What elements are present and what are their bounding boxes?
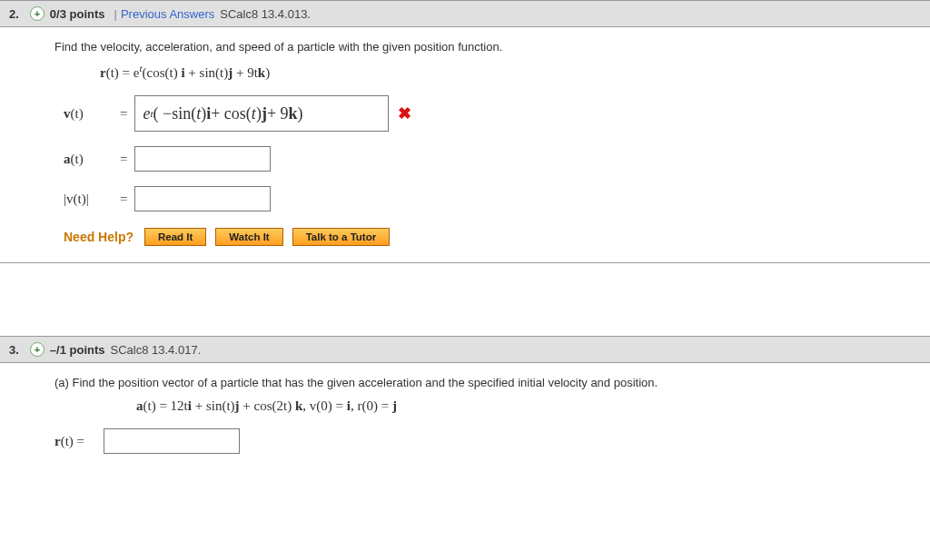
- points-earned: 0/3 points: [50, 7, 105, 21]
- equals-sign: =: [120, 192, 127, 207]
- position-answer-row: r(t) =: [54, 428, 915, 454]
- acceleration-answer-row: a(t) =: [64, 146, 915, 172]
- position-label: r(t) =: [54, 434, 104, 449]
- need-help-label: Need Help?: [64, 230, 134, 244]
- question-number: 2.: [9, 7, 19, 21]
- speed-answer-row: |v(t)| =: [64, 186, 915, 211]
- talk-to-tutor-button[interactable]: Talk to a Tutor: [292, 228, 391, 246]
- speed-label: |v(t)|: [64, 192, 113, 207]
- watch-it-button[interactable]: Watch It: [215, 228, 282, 246]
- r-symbol: r: [100, 65, 106, 80]
- question-2-header: 2. + 0/3 points | Previous Answers SCalc…: [0, 0, 930, 27]
- velocity-input[interactable]: et( −sin(t)i + cos(t)j + 9k ): [134, 95, 389, 132]
- points-available: –/1 points: [50, 343, 105, 357]
- equals-sign: =: [120, 106, 127, 122]
- position-function-formula: r(t) = et(cos(t) i + sin(t)j + 9tk): [100, 63, 915, 81]
- read-it-button[interactable]: Read It: [144, 228, 206, 246]
- question-2-body: Find the velocity, acceleration, and spe…: [0, 27, 930, 263]
- expand-icon[interactable]: +: [30, 342, 45, 357]
- need-help-section: Need Help? Read It Watch It Talk to a Tu…: [64, 228, 915, 246]
- separator: |: [114, 7, 117, 21]
- question-number: 3.: [9, 343, 19, 357]
- spacer: [0, 263, 930, 336]
- question-3-body: (a) Find the position vector of a partic…: [0, 363, 930, 490]
- velocity-label: v(t): [64, 106, 113, 122]
- equals-sign: =: [120, 152, 127, 167]
- position-input[interactable]: [104, 428, 240, 454]
- speed-input[interactable]: [134, 186, 271, 211]
- question-prompt: Find the velocity, acceleration, and spe…: [54, 40, 915, 54]
- expand-icon[interactable]: +: [30, 6, 45, 21]
- velocity-answer-row: v(t) = et( −sin(t)i + cos(t)j + 9k ) ✖: [64, 95, 915, 132]
- question-3-header: 3. + –/1 points SCalc8 13.4.017.: [0, 336, 930, 363]
- acceleration-label: a(t): [64, 152, 113, 167]
- incorrect-icon: ✖: [398, 103, 411, 123]
- acceleration-input[interactable]: [134, 146, 271, 172]
- previous-answers-link[interactable]: Previous Answers: [121, 7, 214, 21]
- acceleration-formula: a(t) = 12ti + sin(t)j + cos(2t) k, v(0) …: [136, 398, 915, 414]
- textbook-reference: SCalc8 13.4.017.: [111, 343, 202, 357]
- question-prompt: (a) Find the position vector of a partic…: [54, 376, 915, 389]
- textbook-reference: SCalc8 13.4.013.: [220, 7, 311, 21]
